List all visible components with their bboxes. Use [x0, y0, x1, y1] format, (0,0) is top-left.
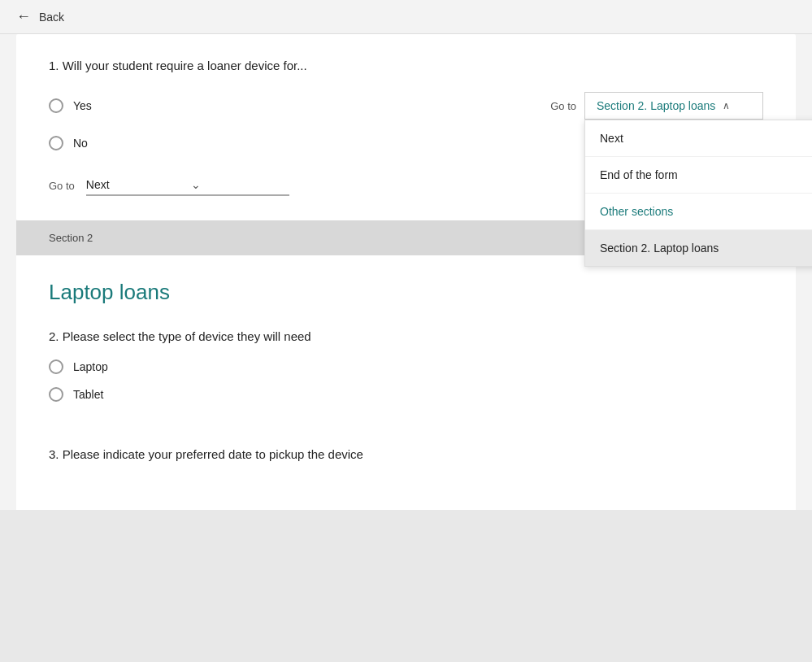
yes-goto-dropdown[interactable]: Section 2. Laptop loans ∧ [584, 92, 763, 120]
laptop-option: Laptop [49, 359, 763, 374]
section2-title: Laptop loans [49, 280, 763, 305]
section1-card: 1. Will your student require a loaner de… [16, 34, 796, 220]
dropdown-item-next[interactable]: Next [585, 120, 812, 157]
tablet-radio[interactable] [49, 387, 63, 402]
no-radio-left: No [49, 136, 88, 150]
back-arrow-icon[interactable]: ← [16, 8, 31, 25]
goto-bottom-text: Go to [49, 180, 75, 192]
main-content: 1. Will your student require a loaner de… [0, 34, 812, 510]
next-value: Next [86, 178, 110, 191]
section2-card: Laptop loans 2. Please select the type o… [16, 255, 796, 510]
yes-row: Yes Go to Section 2. Laptop loans ∧ Next… [49, 92, 763, 120]
dropdown-item-section2[interactable]: Section 2. Laptop loans [585, 230, 812, 266]
back-label[interactable]: Back [39, 11, 64, 24]
yes-label: Yes [73, 99, 92, 112]
question3-text: 3. Please indicate your preferred date t… [49, 447, 763, 461]
laptop-radio[interactable] [49, 359, 63, 374]
yes-goto-text: Go to [550, 100, 576, 112]
question2-text: 2. Please select the type of device they… [49, 329, 763, 343]
goto-next-dropdown[interactable]: Next ⌄ [86, 175, 289, 196]
tablet-label: Tablet [73, 388, 103, 401]
laptop-label: Laptop [73, 360, 108, 373]
yes-radio[interactable] [49, 98, 63, 113]
dropdown-item-end[interactable]: End of the form [585, 157, 812, 194]
question1-text: 1. Will your student require a loaner de… [49, 59, 763, 72]
no-label: No [73, 137, 88, 150]
chevron-down-icon: ⌄ [191, 178, 201, 191]
yes-radio-left: Yes [49, 98, 92, 113]
tablet-option: Tablet [49, 387, 763, 402]
yes-goto-right: Go to Section 2. Laptop loans ∧ Next End… [550, 92, 763, 120]
no-radio[interactable] [49, 136, 63, 150]
top-bar: ← Back [0, 0, 812, 34]
section2-header-label: Section 2 [49, 232, 93, 244]
dropdown-item-other-sections[interactable]: Other sections [585, 194, 812, 230]
yes-dropdown-wrapper: Section 2. Laptop loans ∧ Next End of th… [584, 92, 763, 120]
yes-goto-value: Section 2. Laptop loans [597, 99, 715, 112]
goto-dropdown-menu: Next End of the form Other sections Sect… [584, 120, 812, 267]
chevron-up-icon: ∧ [723, 100, 730, 111]
